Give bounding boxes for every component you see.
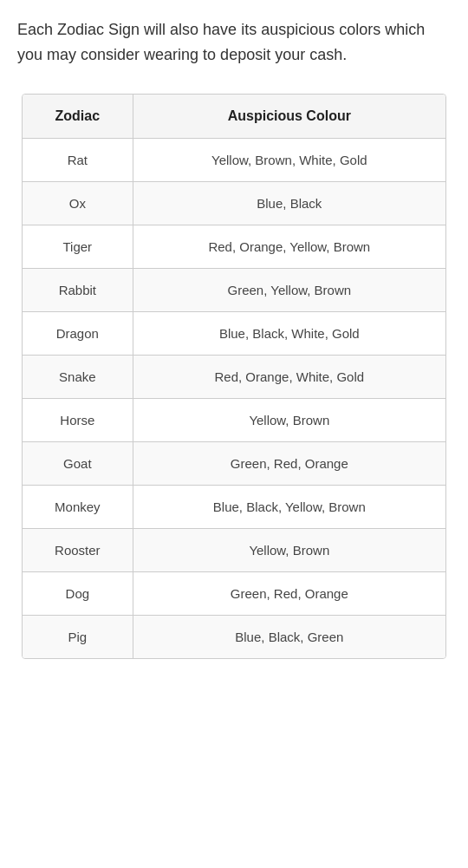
zodiac-cell: Dragon [23,311,133,355]
table-row: RabbitGreen, Yellow, Brown [23,268,445,311]
colour-cell: Yellow, Brown [133,398,445,441]
zodiac-cell: Snake [23,355,133,398]
zodiac-cell: Horse [23,398,133,441]
colour-cell: Green, Yellow, Brown [133,268,445,311]
colour-cell: Red, Orange, White, Gold [133,355,445,398]
zodiac-cell: Rat [23,138,133,181]
colour-cell: Blue, Black, White, Gold [133,311,445,355]
colour-cell: Blue, Black [133,181,445,225]
table-row: OxBlue, Black [23,181,445,225]
table-row: RatYellow, Brown, White, Gold [23,138,445,181]
table-row: DogGreen, Red, Orange [23,571,445,615]
zodiac-cell: Pig [23,615,133,658]
zodiac-cell: Rooster [23,528,133,571]
colour-cell: Green, Red, Orange [133,441,445,485]
table-row: HorseYellow, Brown [23,398,445,441]
colour-cell: Blue, Black, Yellow, Brown [133,485,445,528]
table-row: DragonBlue, Black, White, Gold [23,311,445,355]
zodiac-cell: Monkey [23,485,133,528]
colour-cell: Yellow, Brown, White, Gold [133,138,445,181]
colour-cell: Green, Red, Orange [133,571,445,615]
column-header-colour: Auspicious Colour [133,95,445,139]
zodiac-colour-table-wrapper: Zodiac Auspicious Colour RatYellow, Brow… [22,94,446,659]
table-row: MonkeyBlue, Black, Yellow, Brown [23,485,445,528]
table-row: TigerRed, Orange, Yellow, Brown [23,225,445,268]
table-row: RoosterYellow, Brown [23,528,445,571]
column-header-zodiac: Zodiac [23,95,133,139]
zodiac-cell: Goat [23,441,133,485]
table-body: RatYellow, Brown, White, GoldOxBlue, Bla… [23,138,445,658]
zodiac-colour-table: Zodiac Auspicious Colour RatYellow, Brow… [23,95,445,658]
table-row: GoatGreen, Red, Orange [23,441,445,485]
intro-paragraph: Each Zodiac Sign will also have its ausp… [17,17,451,68]
table-row: SnakeRed, Orange, White, Gold [23,355,445,398]
table-row: PigBlue, Black, Green [23,615,445,658]
zodiac-cell: Tiger [23,225,133,268]
table-header-row: Zodiac Auspicious Colour [23,95,445,139]
colour-cell: Blue, Black, Green [133,615,445,658]
zodiac-cell: Dog [23,571,133,615]
colour-cell: Yellow, Brown [133,528,445,571]
zodiac-cell: Ox [23,181,133,225]
zodiac-cell: Rabbit [23,268,133,311]
colour-cell: Red, Orange, Yellow, Brown [133,225,445,268]
